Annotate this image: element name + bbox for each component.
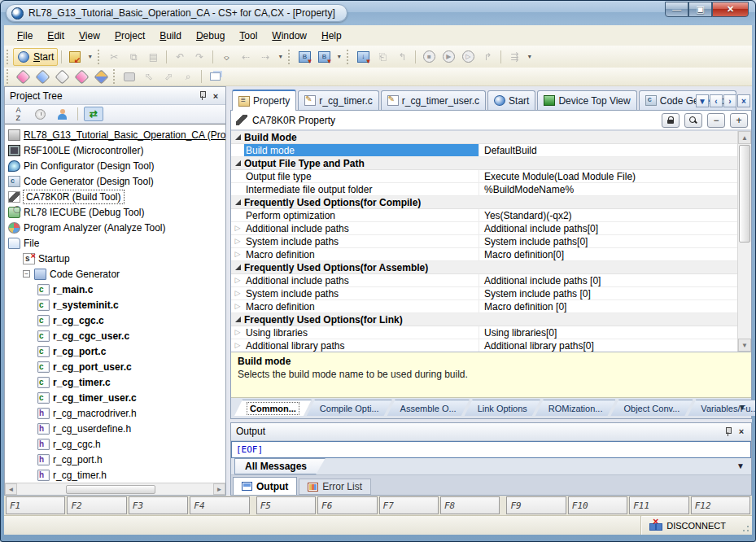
start-debug-button[interactable]: Start — [13, 48, 58, 66]
menu-window[interactable]: Window — [265, 28, 313, 44]
fkey-f6[interactable]: F6 — [317, 496, 377, 514]
memory-map-button[interactable] — [91, 69, 111, 84]
close-panel-button[interactable]: × — [209, 90, 222, 102]
fkey-f12[interactable]: F12 — [691, 496, 750, 514]
time-order-button[interactable] — [30, 107, 50, 121]
tree-item-code-generator-tool[interactable]: Code Generator (Design Tool) — [5, 173, 225, 189]
scrollbar-thumb[interactable] — [66, 485, 155, 494]
copy-button[interactable]: ⧉ — [124, 48, 143, 66]
menu-file[interactable]: File — [11, 28, 39, 44]
toolbar-grip[interactable] — [98, 50, 102, 64]
minimize-button[interactable]: — — [665, 2, 688, 17]
tab-output[interactable]: Output — [233, 477, 297, 495]
tree-item-header-file[interactable]: r_cg_cgc.h — [5, 436, 225, 452]
lock-button[interactable] — [662, 113, 680, 128]
fkey-f4[interactable]: F4 — [190, 496, 249, 514]
category-row[interactable]: Frequently Used Options(for Link) — [231, 313, 737, 326]
tree-item-code-generator-folder[interactable]: −Code Generator — [5, 266, 225, 282]
run-button[interactable]: ▶ — [439, 48, 458, 66]
tab-all-messages[interactable]: All Messages — [234, 458, 326, 475]
category-row[interactable]: Output File Type and Path — [231, 157, 737, 170]
call-graph-button[interactable] — [72, 69, 91, 84]
toolbar-grip[interactable] — [113, 69, 117, 84]
property-row[interactable]: ▷System include pathsSystem include path… — [231, 235, 737, 248]
analysis-chart-button[interactable] — [52, 69, 72, 84]
expand-triangle-icon[interactable]: ▷ — [235, 303, 241, 310]
property-row[interactable]: ▷Additional library pathsAdditional libr… — [231, 339, 737, 352]
find-previous-button[interactable]: ⇠ — [236, 48, 256, 66]
tab-list-button[interactable]: ▼ — [696, 94, 709, 107]
tree-item-startup[interactable]: Startup — [5, 251, 225, 266]
window-search-button[interactable]: ⌕ — [178, 69, 198, 84]
find-next-button[interactable]: ⇢ — [256, 48, 275, 66]
pin-panel-button[interactable] — [196, 90, 209, 102]
search-button[interactable] — [684, 113, 702, 128]
tree-item-source-file[interactable]: r_cg_timer.c — [5, 374, 225, 390]
property-row[interactable]: ▷Macro definitionMacro definition [0] — [231, 300, 737, 313]
category-row[interactable]: Frequently Used Options(for Assemble) — [231, 261, 737, 274]
tab-property[interactable]: Property — [232, 90, 296, 111]
tab-scroll-right-button[interactable]: › — [723, 94, 736, 107]
connection-status[interactable]: × DISCONNECT — [640, 516, 741, 535]
collapse-expander-icon[interactable]: − — [23, 270, 30, 278]
tab-start[interactable]: Start — [487, 90, 535, 110]
tree-item-header-file[interactable]: r_cg_macrodriver.h — [5, 405, 225, 421]
property-row[interactable]: ▷System include pathsSystem include path… — [231, 287, 737, 300]
maximize-button[interactable]: ▣ — [688, 2, 712, 17]
expand-triangle-icon[interactable]: ▷ — [235, 342, 241, 349]
fkey-f10[interactable]: F10 — [568, 496, 627, 514]
toolbar-overflow-button[interactable]: ▾ — [334, 49, 344, 65]
tree-item-header-file[interactable]: r_cg_userdefine.h — [5, 421, 225, 436]
tab-romization[interactable]: ROMization... — [535, 400, 616, 416]
category-row[interactable]: Frequently Used Options(for Compile) — [231, 196, 737, 209]
category-row[interactable]: Build Mode — [231, 131, 737, 144]
expand-all-button[interactable]: + — [730, 113, 748, 128]
expand-triangle-icon[interactable]: ▷ — [235, 251, 241, 258]
fkey-f11[interactable]: F11 — [629, 496, 688, 514]
property-row-selected[interactable]: Build modeDefaultBuild — [231, 144, 737, 157]
fkey-f5[interactable]: F5 — [256, 496, 316, 514]
collapse-triangle-icon[interactable] — [235, 134, 241, 140]
close-panel-button[interactable]: × — [735, 426, 748, 438]
toolbar-grip[interactable] — [288, 50, 292, 64]
function-list-button[interactable] — [13, 69, 33, 84]
expand-triangle-icon[interactable]: ▷ — [235, 277, 241, 284]
tab-r-cg-timer-c[interactable]: r_cg_timer.c — [298, 90, 378, 110]
collapse-triangle-icon[interactable] — [235, 160, 241, 166]
expand-triangle-icon[interactable]: ▷ — [235, 290, 241, 297]
output-console[interactable]: [EOF] — [231, 441, 751, 458]
toolbar-overflow-button[interactable]: ▾ — [85, 49, 95, 65]
ignore-break-run-button[interactable]: ▷ — [458, 48, 478, 66]
menu-help[interactable]: Help — [315, 28, 348, 44]
property-vertical-scrollbar[interactable]: ▲ ▼ — [737, 131, 751, 352]
tab-common-options[interactable]: Common... — [234, 400, 312, 416]
scroll-up-icon[interactable]: ▲ — [738, 131, 751, 144]
undo-button[interactable]: ↶ — [170, 48, 190, 66]
toolbar-overflow-button[interactable]: ▾ — [275, 49, 286, 65]
tree-item-header-file[interactable]: r_cg_timer.h — [5, 467, 225, 483]
tab-compile-options[interactable]: Compile Opti... — [307, 400, 392, 416]
tree-item-debug-tool[interactable]: RL78 IECUBE (Debug Tool) — [5, 204, 225, 220]
reset-button[interactable]: ↰ — [392, 48, 412, 66]
cut-button[interactable]: ✂ — [104, 48, 124, 66]
scroll-down-icon[interactable]: ▼ — [738, 339, 751, 352]
tree-item-pin-configurator[interactable]: Pin Configurator (Design Tool) — [5, 158, 225, 173]
sync-selection-button[interactable]: ⇄ — [84, 107, 103, 121]
menu-view[interactable]: View — [72, 28, 107, 44]
paste-button[interactable]: ▤ — [143, 48, 163, 66]
cascade-windows-button[interactable] — [205, 69, 225, 84]
tab-r-cg-timer-user-c[interactable]: r_cg_timer_user.c — [381, 90, 486, 110]
tree-item-header-file[interactable]: r_cg_port.h — [5, 452, 225, 467]
user-category-button[interactable] — [52, 107, 72, 121]
expand-triangle-icon[interactable]: ▷ — [235, 329, 241, 336]
property-row[interactable]: ▷Macro definitionMacro definition[0] — [231, 248, 737, 261]
toolbar-grip[interactable] — [347, 50, 351, 64]
property-row[interactable]: ▷Additional include pathsAdditional incl… — [231, 222, 737, 235]
variable-list-button[interactable] — [33, 69, 52, 84]
scroll-left-icon[interactable]: ◄ — [5, 483, 17, 495]
fkey-f9[interactable]: F9 — [506, 496, 566, 514]
collapse-triangle-icon[interactable] — [235, 264, 241, 270]
tree-item-microcontroller[interactable]: R5F100LE (Microcontroller) — [5, 142, 225, 158]
window-rect-button[interactable] — [120, 69, 139, 84]
tree-item-source-file[interactable]: r_main.c — [5, 282, 225, 297]
